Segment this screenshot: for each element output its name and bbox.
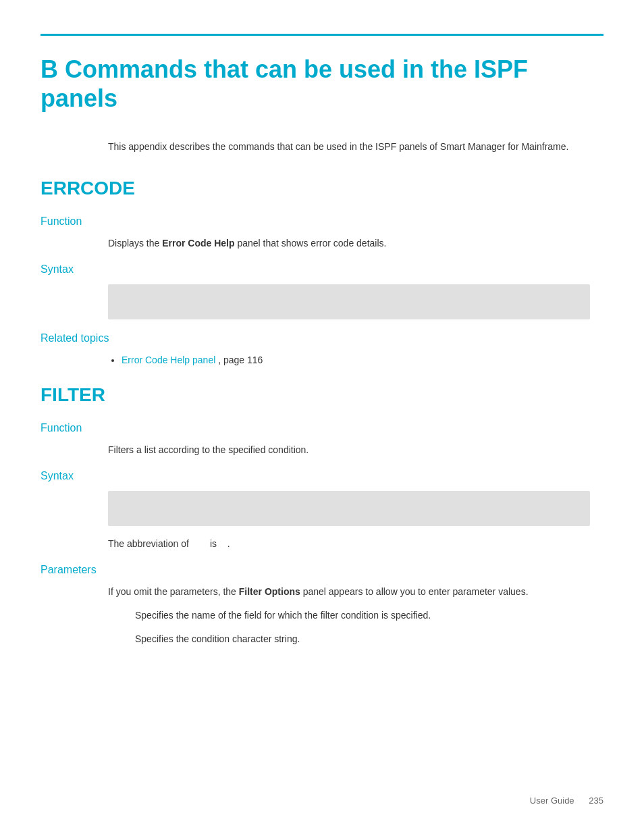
- footer-page-number: 235: [589, 796, 603, 806]
- filter-syntax-title: Syntax: [41, 468, 603, 484]
- errcode-link[interactable]: Error Code Help panel: [122, 355, 215, 365]
- filter-parameters-title: Parameters: [41, 562, 603, 578]
- errcode-code-block: [108, 284, 590, 319]
- filter-parameters-intro: If you omit the parameters, the Filter O…: [108, 585, 603, 599]
- filter-bold: Filter Options: [239, 586, 300, 597]
- errcode-syntax-title: Syntax: [41, 261, 603, 278]
- footer-spacer: [576, 796, 586, 806]
- filter-param-1: Specifies the name of the field for whic…: [135, 608, 603, 623]
- filter-function-body: Filters a list according to the specifie…: [108, 443, 603, 457]
- filter-param-2: Specifies the condition character string…: [135, 632, 603, 646]
- footer: User Guide 235: [530, 794, 603, 808]
- filter-abbrev-line: The abbreviation of is .: [108, 537, 603, 551]
- filter-section-title: FILTER: [41, 381, 603, 409]
- errcode-section: ERRCODE Function Displays the Error Code…: [41, 174, 603, 367]
- filter-code-block: [108, 491, 590, 526]
- errcode-function-body: Displays the Error Code Help panel that …: [108, 236, 603, 251]
- filter-section: FILTER Function Filters a list according…: [41, 381, 603, 646]
- errcode-link-suffix: , page 116: [218, 355, 263, 365]
- top-border: [41, 34, 603, 36]
- errcode-bold: Error Code Help: [162, 238, 234, 249]
- filter-function-title: Function: [41, 420, 603, 436]
- footer-label: User Guide: [530, 796, 574, 806]
- errcode-function-title: Function: [41, 213, 603, 230]
- errcode-section-title: ERRCODE: [41, 174, 603, 203]
- page-title: B Commands that can be used in the ISPF …: [41, 55, 603, 113]
- errcode-related-list: Error Code Help panel , page 116: [122, 353, 603, 367]
- page: B Commands that can be used in the ISPF …: [0, 0, 644, 834]
- errcode-related-title: Related topics: [41, 330, 603, 346]
- list-item: Error Code Help panel , page 116: [122, 353, 603, 367]
- intro-text: This appendix describes the commands tha…: [108, 140, 603, 154]
